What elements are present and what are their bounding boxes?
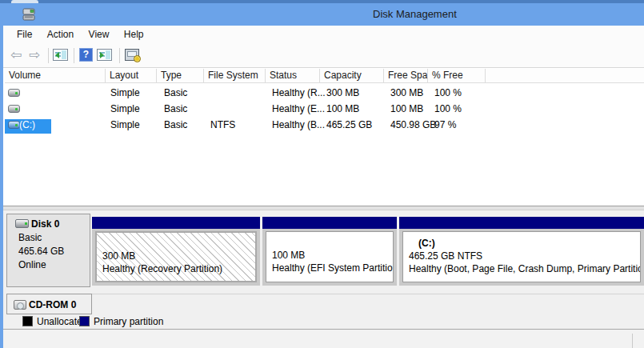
- partition-body: 100 MB Healthy (EFI System Partition): [266, 231, 394, 282]
- cell-status: Healthy (R...: [272, 87, 326, 98]
- toolbar-separator: [48, 48, 49, 63]
- cell-free-space: 300 MB: [390, 87, 423, 98]
- partition-status: Healthy (Boot, Page File, Crash Dump, Pr…: [409, 262, 641, 275]
- disk-management-window: Disk Management File Action View Help ⇦ …: [0, 0, 644, 348]
- partition-size: 100 MB: [272, 249, 394, 262]
- title-bar[interactable]: Disk Management: [0, 3, 644, 26]
- column-header-capacity[interactable]: Capacity: [320, 69, 384, 82]
- partition-color-bar: [92, 217, 260, 229]
- column-header-status[interactable]: Status: [266, 69, 320, 82]
- partition-label: (C:): [409, 237, 641, 250]
- show-console-tree-icon[interactable]: [53, 48, 69, 62]
- status-bar: [3, 330, 644, 348]
- volume-icon-selected: [8, 121, 20, 129]
- cell-status: Healthy (B...: [272, 119, 325, 130]
- cell-layout: Simple: [110, 103, 140, 114]
- primary-partition-swatch: [79, 316, 90, 326]
- back-arrow-icon[interactable]: ⇦: [10, 48, 26, 62]
- partition-c[interactable]: (C:) 465.25 GB NTFS Healthy (Boot, Page …: [399, 217, 644, 286]
- cdrom-track-divider: [92, 294, 644, 294]
- menu-action[interactable]: Action: [42, 26, 79, 40]
- toolbar-separator: [74, 48, 74, 63]
- partition-size: 300 MB: [102, 250, 222, 262]
- partition-color-bar: [399, 217, 644, 229]
- volume-icon: [8, 89, 20, 97]
- cell-free-space: 450.98 GB: [390, 119, 436, 130]
- column-header-type[interactable]: Type: [157, 69, 204, 82]
- volume-list: Volume Layout Type File System Status Ca…: [3, 69, 644, 205]
- column-header-volume[interactable]: Volume: [5, 69, 106, 82]
- cell-capacity: 100 MB: [326, 103, 359, 114]
- volume-row-recovery[interactable]: Simple Basic Healthy (R... 300 MB 300 MB…: [3, 85, 642, 101]
- column-header-filler: [486, 69, 644, 82]
- partition-status: Healthy (EFI System Partition): [272, 262, 394, 274]
- menu-bar: File Action View Help: [3, 26, 644, 44]
- cell-status: Healthy (E...: [272, 103, 325, 114]
- partition-color-bar: [262, 217, 397, 229]
- volume-row-c-selected[interactable]: (C:) Simple Basic NTFS Healthy (B... 465…: [3, 117, 642, 133]
- column-header-file-system[interactable]: File System: [204, 69, 266, 82]
- toolbar-separator: [119, 48, 120, 63]
- toolbar: ⇦ ⇨ ?: [3, 44, 644, 68]
- cell-capacity: 300 MB: [326, 87, 359, 98]
- disk0-label-box[interactable]: Disk 0 Basic 465.64 GB Online: [6, 214, 90, 287]
- cell-free-space: 100 MB: [390, 103, 423, 114]
- disk0-name: Disk 0: [31, 218, 59, 230]
- cell-pct-free: 100 %: [434, 103, 462, 114]
- menu-file[interactable]: File: [11, 26, 38, 40]
- unallocated-swatch: [22, 316, 33, 326]
- disk0-type: Basic: [18, 232, 42, 243]
- cell-file-system: NTFS: [210, 119, 235, 130]
- cdrom0-name: CD-ROM 0: [29, 299, 76, 310]
- cell-pct-free: 100 %: [434, 87, 462, 98]
- window-title: Disk Management: [373, 8, 457, 20]
- menu-view[interactable]: View: [83, 26, 115, 40]
- partition-recovery[interactable]: 300 MB Healthy (Recovery Partition): [92, 217, 260, 286]
- disk-management-view-icon[interactable]: [125, 48, 141, 62]
- cell-layout: Simple: [110, 87, 140, 98]
- status-bar-divider: [632, 334, 633, 348]
- forward-arrow-icon[interactable]: ⇨: [29, 48, 45, 62]
- cell-type: Basic: [164, 119, 187, 130]
- partition-efi[interactable]: 100 MB Healthy (EFI System Partition): [262, 217, 397, 286]
- partition-status: Healthy (Recovery Partition): [102, 262, 222, 275]
- partition-body-hatched: 300 MB Healthy (Recovery Partition): [95, 231, 257, 282]
- disk-drive-icon: [21, 6, 37, 22]
- graphical-view: Disk 0 Basic 465.64 GB Online 300 MB Hea…: [3, 210, 644, 314]
- list-header: Volume Layout Type File System Status Ca…: [5, 69, 644, 83]
- cdrom0-label-box[interactable]: CD-ROM 0: [6, 294, 92, 314]
- cell-capacity: 465.25 GB: [326, 119, 372, 130]
- cell-pct-free: 97 %: [434, 119, 456, 130]
- column-header-pct-free[interactable]: % Free: [428, 69, 486, 82]
- menu-help[interactable]: Help: [118, 26, 150, 40]
- disk0-size: 465.64 GB: [18, 246, 64, 257]
- volume-name: (C:): [19, 119, 35, 130]
- cdrom-icon: [14, 300, 26, 310]
- partition-body: (C:) 465.25 GB NTFS Healthy (Boot, Page …: [402, 231, 641, 282]
- legend-label: Primary partition: [94, 316, 163, 327]
- legend-bar: Unallocated Primary partition: [3, 314, 644, 330]
- volume-icon: [8, 105, 20, 113]
- disk-icon: [15, 219, 29, 228]
- show-action-pane-icon[interactable]: [97, 48, 113, 62]
- help-icon[interactable]: ?: [79, 48, 93, 62]
- disk0-status: Online: [18, 259, 46, 270]
- volume-row-efi[interactable]: Simple Basic Healthy (E... 100 MB 100 MB…: [3, 101, 642, 117]
- cell-layout: Simple: [110, 119, 140, 130]
- cell-type: Basic: [164, 87, 187, 98]
- column-header-free-space[interactable]: Free Spa...: [384, 69, 428, 82]
- cell-type: Basic: [164, 103, 187, 114]
- column-header-layout[interactable]: Layout: [106, 69, 157, 82]
- partition-size: 465.25 GB NTFS: [409, 250, 641, 262]
